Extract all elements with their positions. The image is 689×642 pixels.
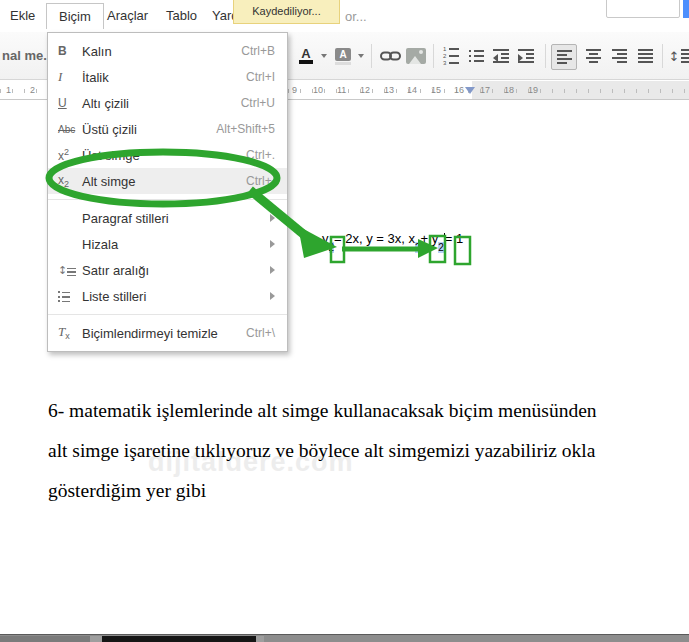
scrollbar-segment xyxy=(0,636,90,642)
ruler-number: 18 xyxy=(504,85,514,95)
subscript-2: 2 xyxy=(329,242,335,253)
align-left-icon[interactable] xyxy=(551,44,577,70)
menu-bar: Ekle Biçim Araçlar Tablo Yard Kaydediliy… xyxy=(0,0,689,32)
align-center-glyph xyxy=(586,49,601,63)
align-right-glyph xyxy=(612,49,627,63)
subscript-icon: x2 xyxy=(58,173,82,189)
toolbar-separator xyxy=(371,44,372,68)
ruler-number: 2 xyxy=(30,85,35,95)
menu-item-paragraph-styles[interactable]: Paragraf stilleri xyxy=(48,205,287,231)
ruler-number: 16 xyxy=(454,85,464,95)
menu-item-italic[interactable]: I İtalik Ctrl+I xyxy=(48,64,287,90)
scrollbar-thumb[interactable] xyxy=(102,636,256,642)
scrollbar-segment xyxy=(256,636,264,642)
submenu-arrow-icon xyxy=(270,266,275,274)
bulleted-list-glyph xyxy=(469,50,484,62)
menu-item-superscript[interactable]: x2 Üst simge Ctrl+. xyxy=(48,142,287,168)
insert-image-icon[interactable] xyxy=(404,44,428,68)
scrollbar-segment xyxy=(90,636,102,642)
superscript-icon: x2 xyxy=(58,147,82,163)
ruler-number: 14 xyxy=(407,85,417,95)
justify-icon[interactable] xyxy=(633,44,657,68)
bulleted-list-icon[interactable] xyxy=(464,44,488,68)
text-color-glyph: A xyxy=(299,48,313,64)
menu-bicim[interactable]: Biçim xyxy=(46,3,104,29)
strikethrough-icon: Abc xyxy=(58,122,82,136)
ruler-number: 19 xyxy=(528,85,538,95)
line-spacing-icon: ↕ xyxy=(58,263,82,277)
toolbar-separator xyxy=(433,44,434,68)
ruler-number: 12 xyxy=(360,85,370,95)
status-overflow-text: or... xyxy=(345,9,367,24)
justify-glyph xyxy=(638,49,653,63)
numbered-list-icon[interactable]: 1 2 3 xyxy=(439,44,463,68)
ruler-number: 10 xyxy=(313,85,323,95)
align-center-icon[interactable] xyxy=(581,44,605,68)
subscript-2: 2 xyxy=(438,242,444,253)
toolbar-separator xyxy=(662,44,663,68)
menu-item-strikethrough[interactable]: Abc Üstü çizili Alt+Shift+5 xyxy=(48,116,287,142)
document-formula-text[interactable]: y2= 2x, y = 3x, x2+ y2= 1 xyxy=(322,231,463,249)
text-color-caret-icon[interactable] xyxy=(321,54,327,58)
menu-item-line-spacing[interactable]: ↕ Satır aralığı xyxy=(48,257,287,283)
increase-indent-icon[interactable] xyxy=(514,44,538,68)
highlight-caret-icon[interactable] xyxy=(358,54,364,58)
bold-icon: B xyxy=(58,44,82,58)
saving-toast: Kaydediliyor... xyxy=(233,0,340,24)
menu-item-align[interactable]: Hizala xyxy=(48,231,287,257)
decrease-indent-glyph xyxy=(493,49,509,63)
toolbar-separator xyxy=(545,44,546,68)
ruler-number: 13 xyxy=(384,85,394,95)
menu-item-subscript[interactable]: x2 Alt simge Ctrl+, xyxy=(48,168,287,194)
subscript-2: 2 xyxy=(415,242,421,253)
underline-icon: U xyxy=(58,96,82,110)
ruler-number: 15 xyxy=(431,85,441,95)
line-spacing-glyph: ↕ xyxy=(669,49,689,64)
text-color-icon[interactable]: A xyxy=(294,44,318,68)
submenu-arrow-icon xyxy=(270,292,275,300)
submenu-arrow-icon xyxy=(270,240,275,248)
document-paragraph[interactable]: 6- matematik işlemlerinde alt simge kull… xyxy=(48,391,648,511)
increase-indent-glyph xyxy=(518,49,534,63)
menu-item-list-styles[interactable]: Liste stilleri xyxy=(48,283,287,309)
ruler-number: 17 xyxy=(480,85,490,95)
list-styles-icon xyxy=(58,289,82,303)
menu-item-clear-formatting[interactable]: Tx Biçimlendirmeyi temizle Ctrl+\ xyxy=(48,320,287,346)
ruler-number: 11 xyxy=(337,85,346,95)
share-button[interactable] xyxy=(683,0,689,18)
menu-tablo[interactable]: Tablo xyxy=(166,8,197,23)
highlight-color-icon[interactable]: A xyxy=(331,44,355,68)
decrease-indent-icon[interactable] xyxy=(489,44,513,68)
paragraph-line: 6- matematik işlemlerinde alt simge kull… xyxy=(48,391,648,431)
numbered-list-glyph: 1 2 3 xyxy=(443,47,459,65)
image-glyph xyxy=(406,48,426,64)
italic-icon: I xyxy=(58,69,82,85)
ruler-number: 1 xyxy=(6,85,11,95)
format-menu-dropdown: B Kalın Ctrl+B I İtalik Ctrl+I U Altı çi… xyxy=(47,32,288,352)
paragraph-line: alt simge işaretine tıklıyoruz ve böylec… xyxy=(48,431,648,471)
menu-ekle[interactable]: Ekle xyxy=(10,8,35,23)
highlight-glyph: A xyxy=(335,48,351,65)
menu-item-underline[interactable]: U Altı çizili Ctrl+U xyxy=(48,90,287,116)
align-right-icon[interactable] xyxy=(607,44,631,68)
comments-button[interactable] xyxy=(606,0,680,18)
bottom-scrollbar[interactable] xyxy=(0,634,689,642)
paragraph-line: gösterdiğim yer gibi xyxy=(48,471,648,511)
menu-item-bold[interactable]: B Kalın Ctrl+B xyxy=(48,38,287,64)
line-spacing-icon[interactable]: ↕ xyxy=(668,44,689,68)
link-glyph xyxy=(380,50,401,62)
align-left-glyph xyxy=(557,50,572,64)
menu-separator xyxy=(48,314,287,315)
right-margin-marker[interactable] xyxy=(465,87,475,94)
insert-link-icon[interactable] xyxy=(378,44,402,68)
menu-separator xyxy=(48,199,287,200)
clear-formatting-icon: Tx xyxy=(58,324,82,341)
menu-araclar[interactable]: Araçlar xyxy=(107,8,148,23)
submenu-arrow-icon xyxy=(270,214,275,222)
ruler-number: 9 xyxy=(292,85,297,95)
